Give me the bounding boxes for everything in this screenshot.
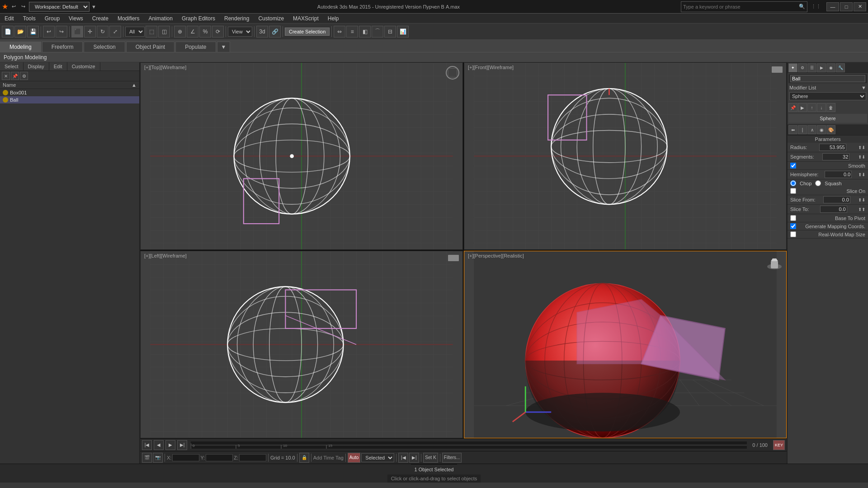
redo-btn[interactable]: ↪ bbox=[19, 4, 27, 9]
timeline-prev-btn[interactable]: ◀ bbox=[154, 440, 164, 450]
real-world-checkbox[interactable] bbox=[790, 231, 796, 237]
toolbar-curve[interactable]: ⌒ bbox=[372, 26, 383, 38]
menu-group[interactable]: Group bbox=[40, 14, 64, 23]
toolbar-save[interactable]: 💾 bbox=[27, 26, 39, 38]
toolbar-mirror[interactable]: ⇔ bbox=[334, 26, 345, 38]
tab-freeform[interactable]: Freeform bbox=[42, 42, 83, 52]
toolbar-align[interactable]: ≡ bbox=[346, 26, 358, 38]
slice-on-checkbox[interactable] bbox=[790, 188, 796, 194]
segments-input[interactable] bbox=[822, 153, 849, 160]
menu-create[interactable]: Create bbox=[88, 14, 113, 23]
toolbar-layer[interactable]: ◧ bbox=[359, 26, 371, 38]
object-name-input[interactable] bbox=[790, 75, 865, 82]
list-item[interactable]: Box001 bbox=[0, 89, 139, 96]
hemisphere-spinner[interactable]: ⬆⬇ bbox=[858, 172, 865, 177]
sort-arrow[interactable]: ▲ bbox=[132, 82, 137, 88]
auto-key-btn[interactable]: Auto bbox=[348, 453, 361, 463]
smooth-checkbox[interactable] bbox=[790, 163, 796, 169]
filters-btn[interactable]: Filters... bbox=[442, 453, 462, 463]
timeline-next-btn[interactable]: ▶| bbox=[177, 440, 187, 450]
menu-animation[interactable]: Animation bbox=[144, 14, 177, 23]
toolbar-link[interactable]: 🔗 bbox=[269, 26, 281, 38]
slice-to-spinner[interactable]: ⬆⬆ bbox=[858, 207, 865, 212]
toolbar-open[interactable]: 📂 bbox=[14, 26, 26, 38]
timeline-bar[interactable]: 0 5 10 15 bbox=[191, 441, 747, 449]
toolbar-move[interactable]: ✛ bbox=[84, 26, 96, 38]
workspace-arrow[interactable]: ▼ bbox=[91, 4, 96, 9]
tab-customize[interactable]: Customize bbox=[67, 62, 100, 70]
mod-icon-3[interactable]: ∧ bbox=[807, 125, 816, 134]
tab-object-paint[interactable]: Object Paint bbox=[126, 42, 175, 52]
mod-active-btn[interactable]: ▶ bbox=[798, 103, 807, 112]
toolbar-ribbon[interactable]: ⊟ bbox=[384, 26, 396, 38]
tab-display[interactable]: Display bbox=[24, 62, 49, 70]
mod-icon-4[interactable]: ◉ bbox=[817, 125, 826, 134]
menu-maxscript[interactable]: MAXScript bbox=[288, 14, 323, 23]
undo-btn[interactable]: ↩ bbox=[10, 4, 18, 9]
menu-icon[interactable]: ⋮⋮ bbox=[810, 4, 822, 9]
mod-icon-5[interactable]: 🎨 bbox=[826, 125, 835, 134]
cp-tab-utilities[interactable]: 🔧 bbox=[836, 63, 845, 72]
cp-tab-hierarchy[interactable]: ☰ bbox=[807, 63, 816, 72]
y-coord-input[interactable] bbox=[206, 454, 233, 461]
slice-from-input[interactable] bbox=[823, 196, 850, 203]
toolbar-snap[interactable]: ⊕ bbox=[174, 26, 186, 38]
menu-modifiers[interactable]: Modifiers bbox=[113, 14, 144, 23]
next-frame-btn[interactable]: ▶| bbox=[409, 453, 419, 463]
toolbar-window-crossing[interactable]: ◫ bbox=[158, 26, 170, 38]
z-coord-input[interactable] bbox=[239, 454, 266, 461]
slice-to-input[interactable] bbox=[820, 206, 847, 213]
lp-settings-btn[interactable]: ⚙ bbox=[20, 72, 28, 80]
menu-customize[interactable]: Customize bbox=[254, 14, 288, 23]
toolbar-new[interactable]: 📄 bbox=[2, 26, 14, 38]
x-coord-input[interactable] bbox=[172, 454, 199, 461]
modifier-list-arrow[interactable]: ▼ bbox=[861, 85, 866, 90]
toolbar-region-select[interactable]: ⬚ bbox=[146, 26, 157, 38]
toolbar-rotate[interactable]: ↻ bbox=[97, 26, 108, 38]
radius-input[interactable] bbox=[819, 144, 846, 151]
tab-modeling[interactable]: Modeling bbox=[0, 42, 41, 52]
mod-icon-1[interactable]: ⬅ bbox=[788, 125, 797, 134]
radius-spinner[interactable]: ⬆⬇ bbox=[858, 145, 865, 150]
workspace-dropdown[interactable]: Workspace: Default bbox=[29, 2, 90, 12]
squash-radio[interactable] bbox=[815, 180, 821, 186]
tab-arrow[interactable]: ▼ bbox=[217, 42, 231, 52]
timeline-key-btn[interactable]: KEY bbox=[773, 440, 785, 450]
timeline-start-btn[interactable]: |◀ bbox=[142, 440, 152, 450]
prev-frame-btn[interactable]: |◀ bbox=[398, 453, 408, 463]
tab-select[interactable]: Select bbox=[0, 62, 24, 70]
select-filter-dropdown[interactable]: All bbox=[125, 27, 145, 37]
mod-move-up-btn[interactable]: ↑ bbox=[807, 103, 816, 112]
chop-radio[interactable] bbox=[790, 180, 796, 186]
viewport-left[interactable]: [+][Left][Wireframe] bbox=[140, 251, 463, 438]
viewport-front[interactable]: [+][Front][Wireframe] bbox=[464, 62, 787, 250]
selected-dropdown[interactable]: Selected bbox=[361, 453, 394, 462]
maximize-button[interactable]: □ bbox=[840, 2, 853, 11]
viewport-perspective[interactable]: [+][Perspective][Realistic] bbox=[464, 251, 787, 438]
toolbar-percent-snap[interactable]: % bbox=[199, 26, 211, 38]
set-key-btn[interactable]: Set K bbox=[423, 453, 438, 463]
menu-rendering[interactable]: Rendering bbox=[220, 14, 254, 23]
hemisphere-input[interactable] bbox=[825, 171, 852, 178]
close-button[interactable]: ✕ bbox=[854, 2, 866, 11]
toolbar-undo[interactable]: ↩ bbox=[43, 26, 55, 38]
toolbar-3d[interactable]: 3d bbox=[256, 26, 268, 38]
base-to-pivot-checkbox[interactable] bbox=[790, 215, 796, 221]
menu-graph-editors[interactable]: Graph Editors bbox=[177, 14, 220, 23]
timeline-play-btn[interactable]: ▶ bbox=[165, 440, 175, 450]
cp-tab-display[interactable]: ◉ bbox=[826, 63, 835, 72]
toolbar-redo[interactable]: ↪ bbox=[56, 26, 67, 38]
mod-delete-btn[interactable]: 🗑 bbox=[826, 103, 835, 112]
gen-mapping-checkbox[interactable] bbox=[790, 223, 796, 229]
tab-populate[interactable]: Populate bbox=[175, 42, 216, 52]
modifier-stack-item[interactable]: Sphere bbox=[788, 114, 867, 123]
list-item[interactable]: Ball bbox=[0, 96, 139, 103]
tab-selection[interactable]: Selection bbox=[84, 42, 125, 52]
camera-btn[interactable]: 📷 bbox=[153, 453, 163, 463]
lp-close-btn[interactable]: ✕ bbox=[2, 72, 10, 80]
search-icon[interactable]: 🔍 bbox=[799, 4, 805, 9]
toolbar-select[interactable]: ⬛ bbox=[71, 26, 83, 38]
menu-tools[interactable]: Tools bbox=[19, 14, 40, 23]
search-input[interactable] bbox=[683, 4, 799, 9]
viewport-top[interactable]: [+][Top][Wireframe] bbox=[140, 62, 463, 250]
